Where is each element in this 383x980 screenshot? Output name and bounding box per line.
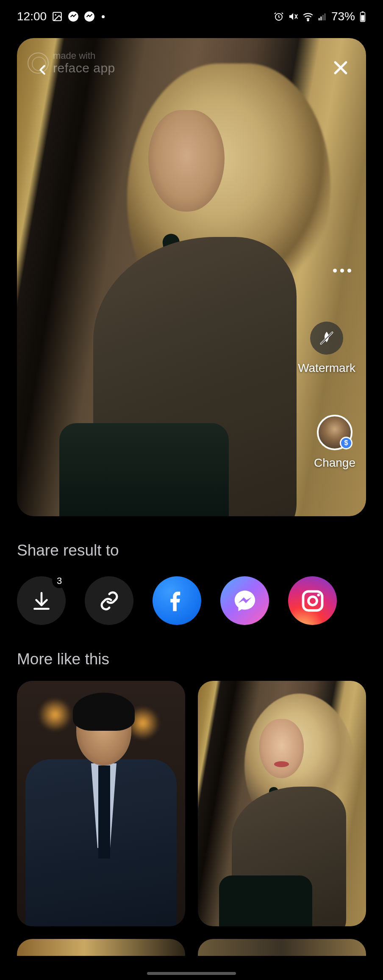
instagram-icon	[300, 588, 325, 614]
facebook-icon	[165, 589, 189, 613]
svg-point-22	[308, 597, 317, 605]
svg-rect-13	[362, 11, 364, 12]
signal-icon	[318, 12, 327, 21]
image-content	[73, 693, 135, 731]
battery-percent: 73%	[331, 10, 355, 23]
copy-link-button[interactable]	[85, 576, 133, 625]
watermark-icon-bg	[310, 322, 343, 355]
suggestion-thumbnail[interactable]	[17, 939, 185, 956]
image-content	[274, 761, 289, 767]
svg-point-1	[55, 14, 56, 16]
share-row: 3	[17, 576, 366, 625]
wifi-icon	[303, 11, 314, 22]
watermark-line2: reface app	[53, 61, 115, 75]
alarm-icon	[274, 11, 284, 22]
result-image[interactable]: made with reface app Watermark $ Change	[17, 38, 366, 516]
link-icon	[99, 591, 119, 611]
watermark-text: made with reface app	[53, 51, 115, 75]
gallery-icon	[52, 11, 63, 22]
more-like-this-section: More like this	[17, 650, 366, 956]
watermark-line1: made with	[53, 51, 115, 61]
status-right: 73%	[274, 10, 366, 23]
suggestion-thumbnail[interactable]	[198, 939, 366, 956]
more-grid-row-2	[17, 939, 366, 956]
status-time: 12:00	[17, 10, 47, 23]
svg-rect-11	[325, 14, 326, 20]
share-section: Share result to 3	[17, 542, 366, 625]
nav-home-indicator[interactable]	[147, 972, 236, 975]
svg-point-7	[307, 19, 308, 21]
svg-point-23	[317, 594, 320, 597]
premium-badge-icon: $	[340, 437, 352, 449]
chevron-left-icon	[34, 62, 50, 78]
svg-rect-8	[319, 18, 320, 20]
dot-icon	[333, 269, 337, 273]
messenger-icon	[233, 589, 257, 613]
change-face-button[interactable]: $ Change	[314, 415, 355, 470]
svg-rect-10	[322, 15, 324, 20]
share-title: Share result to	[17, 542, 366, 559]
watermark-toggle[interactable]: Watermark	[298, 322, 355, 375]
download-button[interactable]: 3	[17, 576, 66, 625]
messenger-notif-icon-2	[84, 11, 95, 22]
dot-icon	[347, 269, 351, 273]
status-left: 12:00	[17, 10, 105, 23]
messenger-share-button[interactable]	[220, 576, 269, 625]
download-icon	[31, 590, 52, 611]
mute-icon	[288, 11, 298, 22]
suggestion-thumbnail[interactable]	[198, 681, 366, 926]
more-title: More like this	[17, 650, 366, 668]
more-grid	[17, 681, 366, 926]
status-bar: 12:00 73%	[0, 0, 383, 30]
svg-rect-9	[320, 17, 322, 20]
messenger-notif-icon	[68, 11, 79, 22]
back-button[interactable]	[28, 55, 57, 85]
more-notif-dot	[102, 15, 105, 18]
watermark-off-icon	[318, 330, 335, 347]
facebook-share-button[interactable]	[153, 576, 201, 625]
suggestion-thumbnail[interactable]	[17, 681, 185, 926]
battery-icon	[359, 11, 366, 22]
image-content	[259, 719, 304, 778]
image-content	[219, 875, 312, 926]
close-icon	[331, 58, 350, 77]
more-options-button[interactable]	[333, 269, 351, 273]
image-content	[38, 698, 72, 732]
dot-icon	[340, 269, 344, 273]
download-count-badge: 3	[52, 574, 67, 588]
image-content	[148, 110, 225, 212]
svg-rect-14	[361, 15, 364, 21]
change-label: Change	[314, 456, 355, 470]
face-avatar: $	[317, 415, 352, 450]
image-content	[59, 423, 229, 516]
close-button[interactable]	[328, 55, 353, 80]
watermark-label: Watermark	[298, 361, 355, 375]
image-content	[98, 765, 110, 859]
instagram-share-button[interactable]	[288, 576, 337, 625]
